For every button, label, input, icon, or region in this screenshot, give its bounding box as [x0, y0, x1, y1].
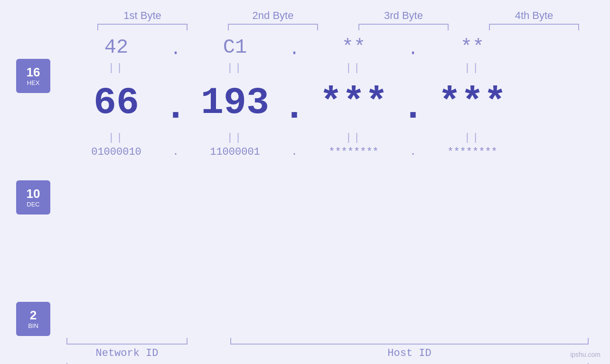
eq-7: || [304, 132, 404, 144]
dec-byte-3: *** [304, 81, 404, 124]
dec-dot-3: . [404, 76, 422, 129]
hex-dot-2: . [285, 35, 304, 59]
network-id-label: Network ID [66, 347, 188, 359]
badge-dec: 10 DEC [16, 180, 50, 215]
eq-row-2: || || || || [66, 129, 610, 146]
main-container: 1st Byte 2nd Byte 3rd Byte 4th Byte 16 H… [0, 0, 610, 364]
hex-dot-3: . [404, 35, 422, 59]
hex-byte-2: C1 [185, 36, 285, 59]
bin-value-row: 01000010 . 11000001 . ******** . *******… [66, 146, 610, 158]
bracket-bottom-host [230, 338, 589, 345]
eq-8: || [422, 132, 522, 144]
eq-1: || [66, 62, 166, 74]
eq-row-1: || || || || [66, 59, 610, 76]
dec-byte-4: *** [422, 81, 522, 124]
bracket-labels-row: Network ID Host ID [66, 347, 589, 359]
hex-byte-3: ** [304, 36, 404, 59]
dec-dot-1: . [166, 76, 185, 129]
hex-value-row: 42 . C1 . ** . ** [66, 35, 610, 59]
byte-header-1: 1st Byte [95, 9, 190, 22]
badges-column: 16 HEX 10 DEC 2 BIN [0, 35, 66, 336]
bracket-top-1 [97, 24, 188, 30]
bin-byte-1: 01000010 [66, 146, 166, 158]
byte-header-4: 4th Byte [487, 9, 582, 22]
dec-byte-2: 193 [185, 81, 285, 124]
host-id-label: Host ID [230, 347, 589, 359]
bin-byte-3: ******** [304, 146, 404, 158]
dec-value-row: 66 . 193 . *** . *** [66, 76, 610, 129]
bracket-bottom-network [66, 338, 188, 345]
bin-byte-4: ******** [422, 146, 522, 158]
badge-hex: 16 HEX [16, 59, 50, 93]
eq-6: || [185, 132, 285, 144]
hex-byte-4: ** [422, 36, 522, 59]
bin-dot-1: . [166, 146, 185, 158]
bottom-section: Network ID Host ID Class A [0, 338, 610, 364]
bin-dot-2: . [285, 146, 304, 158]
bottom-brackets-row [66, 338, 589, 345]
bracket-top-2 [228, 24, 318, 30]
hex-dot-1: . [166, 35, 185, 59]
bin-dot-3: . [404, 146, 422, 158]
bin-byte-2: 11000001 [185, 146, 285, 158]
byte-header-3: 3rd Byte [356, 9, 451, 22]
eq-2: || [185, 62, 285, 74]
byte-headers-row: 1st Byte 2nd Byte 3rd Byte 4th Byte [77, 9, 600, 22]
bracket-top-4 [489, 24, 579, 30]
top-brackets [77, 24, 600, 30]
dec-byte-1: 66 [66, 81, 166, 124]
eq-4: || [422, 62, 522, 74]
watermark: ipshu.com [570, 351, 601, 358]
eq-3: || [304, 62, 404, 74]
main-values-area: 16 HEX 10 DEC 2 BIN 42 . C1 [0, 35, 610, 336]
byte-header-2: 2nd Byte [225, 9, 320, 22]
eq-5: || [66, 132, 166, 144]
hex-byte-1: 42 [66, 36, 166, 59]
bracket-top-3 [358, 24, 449, 30]
dec-dot-2: . [285, 76, 304, 129]
values-grid: 42 . C1 . ** . ** || || || || 66 [66, 35, 610, 158]
badge-bin: 2 BIN [16, 302, 50, 336]
